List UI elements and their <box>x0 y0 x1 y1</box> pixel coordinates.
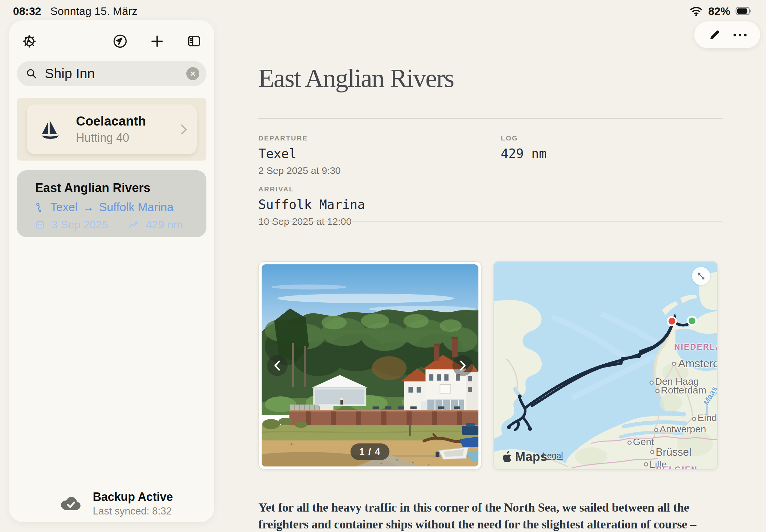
map-city-label: Eindho <box>698 412 718 423</box>
route-icon <box>35 202 45 212</box>
chevron-right-icon <box>180 123 188 136</box>
ellipsis-icon <box>733 32 748 38</box>
trip-photo <box>261 264 479 466</box>
map-city-label: Gent <box>633 436 654 447</box>
map-city-dot <box>654 428 658 432</box>
trend-icon <box>128 219 139 230</box>
photo-carousel[interactable]: 1 / 4 <box>258 261 482 470</box>
arrival-datetime: 10 Sep 2025 at 12:00 <box>258 216 365 227</box>
expand-icon <box>696 271 706 281</box>
trip-distance: 429 nm <box>146 218 182 231</box>
sidebar-toggle-icon <box>186 33 202 49</box>
toggle-sidebar-button[interactable] <box>186 33 202 50</box>
boat-card[interactable]: Coelacanth Hutting 40 <box>27 104 197 154</box>
route-map[interactable]: NIEDERLAN Amsterdam Den Haag Rotterdam M… <box>493 261 718 470</box>
cloud-check-icon <box>58 495 82 512</box>
arrival-marker <box>688 317 696 325</box>
calendar-icon <box>35 220 45 230</box>
battery-icon <box>736 7 752 15</box>
sailboat-icon <box>40 119 61 140</box>
clear-search-button[interactable] <box>186 67 199 80</box>
log-label: LOG <box>501 134 547 142</box>
boat-section: Coelacanth Hutting 40 <box>17 98 206 161</box>
divider <box>258 118 723 119</box>
boat-model: Hutting 40 <box>76 131 180 145</box>
photo-counter: 1 / 4 <box>350 443 390 460</box>
log-value: 429 nm <box>501 146 547 161</box>
app-screen: { "status_bar": { "time": "08:32", "date… <box>0 0 766 532</box>
map-city-label: Brüssel <box>656 446 691 458</box>
chevron-right-icon <box>459 359 467 372</box>
map-city-dot <box>644 462 648 466</box>
divider <box>258 221 723 222</box>
map-city-dot <box>692 417 696 421</box>
map-city-dot <box>627 441 632 445</box>
chevron-left-icon <box>273 359 281 372</box>
sidebar-panel: Coelacanth Hutting 40 East Anglian River… <box>9 20 214 522</box>
location-arrow-icon <box>112 33 128 49</box>
previous-photo-button[interactable] <box>267 355 287 376</box>
trip-list-item-selected[interactable]: East Anglian Rivers Texel → Suffolk Mari… <box>17 170 206 237</box>
map-region-label: BELGIEN <box>656 465 698 470</box>
map-city-label: Antwerpen <box>660 424 706 435</box>
departure-field: DEPARTURE Texel 2 Sep 2025 at 9:30 <box>258 134 365 176</box>
search-input[interactable] <box>44 66 180 82</box>
map-city-dot <box>672 362 676 366</box>
add-button[interactable] <box>149 33 165 50</box>
gear-icon <box>21 33 37 49</box>
more-button[interactable] <box>732 27 748 43</box>
map-city-dot <box>655 389 660 393</box>
locate-button[interactable] <box>112 33 128 50</box>
settings-button[interactable] <box>21 33 38 50</box>
trip-route-from: Texel <box>50 200 78 214</box>
trip-date: 3 Sep 2025 <box>52 218 108 231</box>
route-arrow: → <box>82 200 94 214</box>
trip-route-to: Suffolk Marina <box>99 200 173 214</box>
departure-marker <box>668 317 676 325</box>
backup-last-synced: Last synced: 8:32 <box>93 505 173 517</box>
map-city-label: Amsterdam <box>678 357 718 370</box>
trip-title: East Anglian Rivers <box>35 181 193 195</box>
maps-attribution: Maps <box>502 450 547 464</box>
map-city-dot <box>650 381 654 385</box>
apple-logo-icon <box>502 451 512 463</box>
search-icon <box>25 67 38 80</box>
legal-link[interactable]: Legal <box>542 451 563 461</box>
search-field[interactable] <box>17 61 206 86</box>
log-field: LOG 429 nm <box>501 134 547 161</box>
expand-map-button[interactable] <box>692 267 710 285</box>
arrival-value: Suffolk Marina <box>258 197 365 212</box>
departure-label: DEPARTURE <box>258 134 365 142</box>
logbook-text: Yet for all the heavy traffic in this co… <box>258 499 723 532</box>
boat-name: Coelacanth <box>76 114 180 128</box>
sidebar-toolbar <box>17 32 206 50</box>
status-time: 08:32 <box>13 5 41 18</box>
status-date: Sonntag 15. März <box>50 5 137 18</box>
page-title: East Anglian Rivers <box>258 64 454 93</box>
arrival-label: ARRIVAL <box>258 185 365 193</box>
trip-detail: East Anglian Rivers DEPARTURE Texel 2 Se… <box>258 0 723 532</box>
map-city-label: Rotterdam <box>661 385 706 396</box>
departure-value: Texel <box>258 146 365 161</box>
backup-status: Backup Active Last synced: 8:32 <box>58 490 173 517</box>
backup-title: Backup Active <box>93 490 173 504</box>
departure-datetime: 2 Sep 2025 at 9:30 <box>258 165 365 176</box>
map-city-dot <box>650 450 654 454</box>
map-region-label: NIEDERLAN <box>674 342 718 352</box>
plus-icon <box>149 33 165 49</box>
next-photo-button[interactable] <box>453 355 473 376</box>
